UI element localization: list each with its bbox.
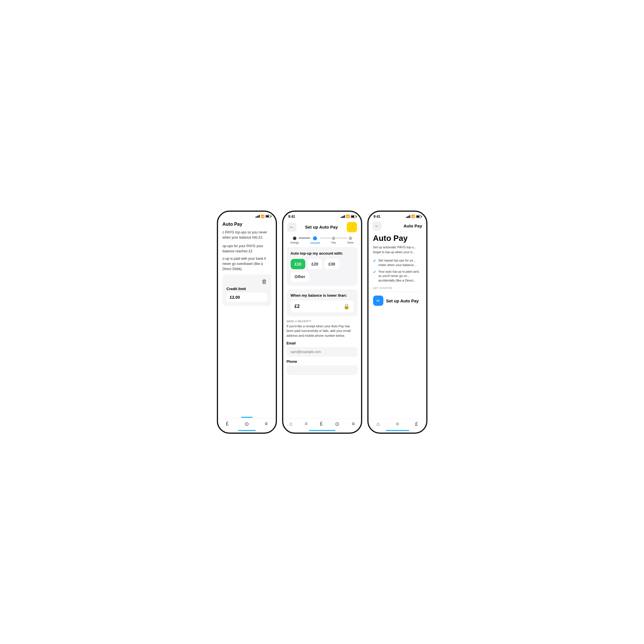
check-icon-1: ✔ (373, 259, 376, 263)
right-status-time: 9:41 (374, 215, 381, 219)
center-status-time: 9:41 (288, 215, 295, 219)
amount-10-button[interactable]: £10 (291, 259, 305, 269)
center-wifi-icon: 📶 (346, 215, 350, 218)
right-nav-currency[interactable]: £ (415, 421, 418, 427)
center-nav-currency[interactable]: £ (320, 421, 323, 427)
amount-options: £10 £20 £30 Other (291, 259, 354, 282)
step-dot-amount (313, 236, 317, 240)
left-wifi-icon: 📶 (261, 215, 265, 218)
currency-icon: £ (226, 421, 229, 427)
step-pay: Pay (331, 237, 336, 244)
left-status-icons: 📶 (255, 215, 271, 218)
menu-icon: ≡ (265, 421, 268, 427)
amount-30-button[interactable]: £30 (324, 259, 339, 269)
email-label: Email (287, 341, 358, 345)
left-nav-indicator (238, 430, 256, 431)
left-nav-item-currency[interactable]: £ (226, 421, 229, 427)
left-phone: 📶 Auto Pay c PAYG top-ups so you never w… (217, 211, 277, 434)
step-dot-done (349, 237, 352, 240)
step-dot-pay (332, 237, 335, 240)
left-signal-icon (255, 215, 260, 218)
step-label-pay: Pay (331, 241, 336, 244)
right-wifi-icon: 📶 (411, 215, 415, 218)
right-battery-icon (416, 215, 421, 218)
balance-input-row: £2 🔒 (291, 300, 354, 312)
lightning-button[interactable]: ⚡ (347, 222, 357, 232)
amount-card: Auto top-up my account with: £10 £20 £30… (287, 247, 358, 286)
right-home-icon: ⌂ (377, 421, 380, 427)
help-icon: ⊙ (245, 421, 249, 427)
receipt-label: NEED A RECEIPT? (287, 320, 358, 323)
center-header: ← Set up Auto Pay ⚡ (283, 220, 361, 234)
back-button[interactable]: ← (287, 223, 296, 232)
credit-limit-value: £2.00 (227, 293, 267, 302)
credit-limit-label: Credit limit (227, 287, 267, 291)
right-signal-icon (406, 215, 410, 218)
step-line-3 (336, 238, 347, 238)
credit-limit-box: 🗑 Credit limit £2.00 (223, 274, 271, 306)
get-started-label: GET STARTED (373, 287, 422, 290)
left-nav-item-menu[interactable]: ≡ (265, 421, 268, 427)
left-desc3: o-up is paid with your bank ll never go … (223, 256, 271, 272)
phone-input[interactable] (287, 365, 358, 375)
setup-autopay-button[interactable]: ∞ Set up Auto Pay (373, 294, 419, 307)
center-phone: 9:41 📶 ← Set up Auto Pay ⚡ (282, 211, 362, 434)
step-label-energy: Energy (291, 241, 299, 244)
left-nav-item-help[interactable]: ⊙ (245, 421, 249, 427)
center-content: Auto top-up my account with: £10 £20 £30… (283, 247, 361, 418)
center-nav-home[interactable]: ⌂ (289, 421, 292, 427)
center-nav-usage[interactable]: ⌗ (305, 421, 308, 427)
amount-card-title: Auto top-up my account with: (291, 251, 354, 255)
center-nav-menu[interactable]: ≡ (352, 421, 355, 427)
step-energy: Energy (291, 237, 299, 244)
right-hero-title: Auto Pay (373, 234, 422, 243)
divider (373, 291, 422, 292)
right-phone: 9:41 📶 ← Auto Pay Auto Pay Se (367, 211, 427, 434)
center-signal-icon (341, 215, 345, 218)
left-status-bar: 📶 (218, 212, 276, 219)
lock-icon: 🔒 (343, 303, 350, 310)
scene: 📶 Auto Pay c PAYG top-ups so you never w… (193, 193, 451, 451)
step-done: Done (347, 237, 354, 244)
center-currency-icon: £ (320, 421, 323, 427)
stepper: Energy Amount Pay Done (283, 234, 361, 247)
center-status-icons: 📶 (341, 215, 356, 218)
right-usage-icon: ⌗ (396, 421, 399, 427)
left-bottom-nav: £ ⊙ ≡ (218, 418, 276, 430)
right-status-bar: 9:41 📶 (368, 212, 426, 220)
phone-label: Phone (287, 360, 358, 364)
right-nav-home[interactable]: ⌂ (377, 421, 380, 427)
center-nav-help[interactable]: ⊙ (335, 421, 339, 427)
center-nav-indicator (309, 430, 335, 431)
step-amount: Amount (310, 236, 320, 244)
balance-card: When my balance is lower than: £2 🔒 (287, 289, 358, 316)
left-main: c PAYG top-ups so you never when your ba… (218, 230, 276, 418)
right-nav-indicator (386, 430, 409, 431)
amount-other-button[interactable]: Other (291, 272, 309, 282)
center-bottom-nav: ⌂ ⌗ £ ⊙ ≡ (283, 418, 361, 430)
check-item-1: ✔ Set repeat top-ups for yo... meter whe… (373, 258, 422, 267)
infinity-icon: ∞ (377, 298, 380, 303)
home-icon: ⌂ (289, 421, 292, 427)
trash-icon[interactable]: 🗑 (261, 278, 267, 285)
right-desc: Set up automatic PAYG top-u... forget to… (373, 245, 422, 254)
balance-card-title: When my balance is lower than: (291, 293, 354, 298)
right-status-icons: 📶 (406, 215, 421, 218)
amount-20-button[interactable]: £20 (308, 259, 322, 269)
lightning-icon: ⚡ (349, 224, 355, 230)
usage-icon: ⌗ (305, 421, 308, 427)
right-nav-usage[interactable]: ⌗ (396, 421, 399, 427)
left-content: Auto Pay c PAYG top-ups so you never whe… (218, 219, 276, 418)
setup-autopay-icon: ∞ (373, 296, 383, 306)
setup-autopay-label: Set up Auto Pay (386, 298, 419, 303)
email-input[interactable] (287, 347, 358, 357)
check-text-1: Set repeat top-ups for yo... meter when … (379, 258, 422, 267)
receipt-desc: If you'd like a receipt when your Auto P… (287, 324, 358, 338)
center-help-icon: ⊙ (335, 421, 339, 427)
right-back-button[interactable]: ← (372, 221, 382, 231)
check-text-2: Your auto top-up is paid card, so you'll… (379, 270, 422, 283)
right-content: Auto Pay Set up automatic PAYG top-u... … (368, 232, 426, 419)
right-main: Auto Pay Set up automatic PAYG top-u... … (368, 232, 426, 310)
right-bottom-nav: ⌂ ⌗ £ (368, 419, 426, 430)
center-menu-icon: ≡ (352, 421, 355, 427)
